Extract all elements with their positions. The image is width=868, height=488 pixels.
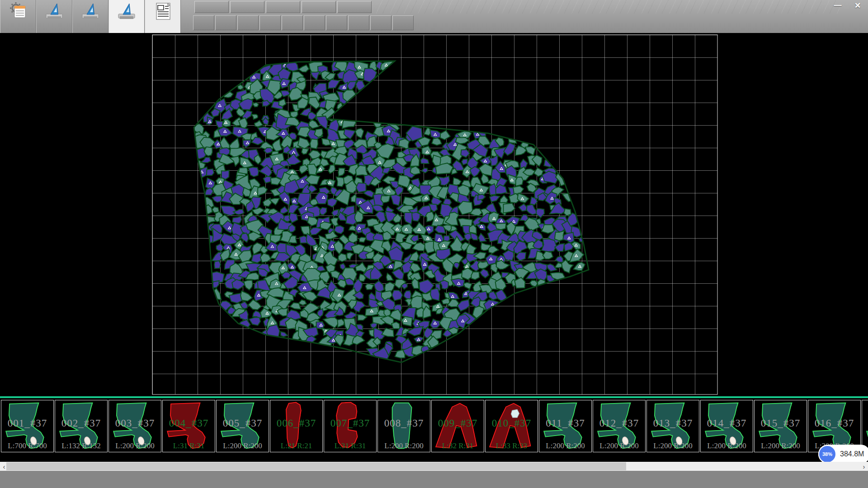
action-select-cut[interactable]: [237, 15, 259, 30]
menu-item-nesting[interactable]: [302, 1, 336, 13]
thumbnail-strip: 001_#37L:700 R:700002_#37L:132 R:132003_…: [0, 396, 868, 455]
piece-thumbnail[interactable]: 015_#37L:200 R:200: [754, 400, 807, 452]
minimize-button[interactable]: —: [831, 0, 844, 10]
main-tab-report[interactable]: [145, 0, 181, 33]
piece-shape: [862, 400, 868, 451]
piece-thumbnail[interactable]: 003_#37L:200 R:200: [108, 400, 161, 452]
piece-shape: [539, 400, 590, 451]
scrollbar-thumb[interactable]: [6, 462, 626, 470]
piece-shape: [647, 400, 698, 451]
main-tab-system[interactable]: [0, 0, 36, 33]
piece-thumbnail[interactable]: 008_#37L:200 R:200: [377, 400, 430, 452]
horizontal-scrollbar[interactable]: ‹ ›: [0, 462, 868, 471]
action-cut-all[interactable]: [259, 15, 281, 30]
action-snap-down[interactable]: [392, 15, 414, 30]
menu-item-properties[interactable]: [194, 1, 229, 13]
close-button[interactable]: ✕: [851, 0, 864, 10]
piece-shape: [808, 400, 859, 451]
menu-bar: [194, 1, 373, 13]
report-icon: [153, 1, 173, 23]
piece-thumbnail[interactable]: 014_#37L:200 R:200: [700, 400, 753, 452]
piece-shape: [432, 400, 483, 451]
action-snap-right[interactable]: [348, 15, 369, 30]
menu-item-edit[interactable]: [230, 1, 264, 13]
gear-notebook-icon: [8, 1, 28, 23]
main-tab-layout[interactable]: [108, 0, 145, 33]
piece-thumbnail[interactable]: 012_#37L:200 R:200: [593, 400, 646, 452]
menu-item-interact[interactable]: [337, 1, 372, 13]
ruler-icon: [80, 1, 100, 23]
piece-shape: [593, 400, 644, 451]
piece-thumbnail[interactable]: 007_#37L:31 R:31: [324, 400, 377, 452]
piece-thumbnail[interactable]: 002_#37L:132 R:132: [55, 400, 108, 452]
piece-thumbnail[interactable]: 011_#37L:200 R:200: [539, 400, 592, 452]
action-region[interactable]: [282, 15, 303, 30]
progress-badge[interactable]: 38% 384.8M: [818, 445, 868, 464]
action-snap-up[interactable]: [370, 15, 392, 30]
titlebar-texture: [375, 0, 841, 14]
action-toolbar: [193, 15, 415, 30]
window-bottom-edge: [0, 471, 868, 488]
piece-shape: [701, 400, 752, 451]
progress-circle: 38%: [818, 445, 836, 463]
menu-item-region[interactable]: [266, 1, 300, 13]
piece-shape: [55, 400, 106, 451]
piece-thumbnail[interactable]: 013_#37L:200 R:200: [646, 400, 699, 452]
piece-thumbnail[interactable]: 001_#37L:700 R:700: [1, 400, 54, 452]
action-snap-left[interactable]: [326, 15, 347, 30]
piece-shape: [324, 400, 375, 451]
main-toolbar: [0, 0, 181, 33]
piece-thumbnail[interactable]: 010_#37L:33 R:33: [485, 400, 538, 452]
canvas-area: [0, 33, 868, 396]
piece-shape: [378, 400, 429, 451]
piece-thumbnail[interactable]: 004_#37L:31 R:31: [162, 400, 215, 452]
piece-shape: [755, 400, 806, 451]
piece-shape: [270, 400, 321, 451]
piece-shape: [1, 400, 52, 451]
piece-thumbnail[interactable]: 005_#37L:200 R:200: [216, 400, 269, 452]
ruler-icon: [44, 1, 64, 23]
scroll-right-arrow-icon[interactable]: ›: [860, 462, 868, 471]
ruler-icon: [117, 1, 137, 23]
piece-shape: [109, 400, 160, 451]
piece-thumbnail[interactable]: 009_#37L:32 R:31: [431, 400, 484, 452]
piece-shape: [217, 400, 268, 451]
piece-shape: [486, 400, 537, 451]
memory-label: 384.8M: [840, 450, 864, 458]
main-tab-settings[interactable]: [72, 0, 108, 33]
title-bar: — ✕: [0, 0, 868, 33]
piece-shape: [163, 400, 214, 451]
nesting-canvas[interactable]: [0, 33, 868, 396]
main-tab-design[interactable]: [36, 0, 72, 33]
strip-footer: [0, 455, 868, 462]
action-camera[interactable]: [215, 15, 236, 30]
piece-thumbnail[interactable]: 006_#37L:21 R:21: [270, 400, 323, 452]
action-cluster-nest[interactable]: [193, 15, 214, 30]
window-controls: — ✕: [831, 0, 864, 10]
action-defect[interactable]: [304, 15, 325, 30]
